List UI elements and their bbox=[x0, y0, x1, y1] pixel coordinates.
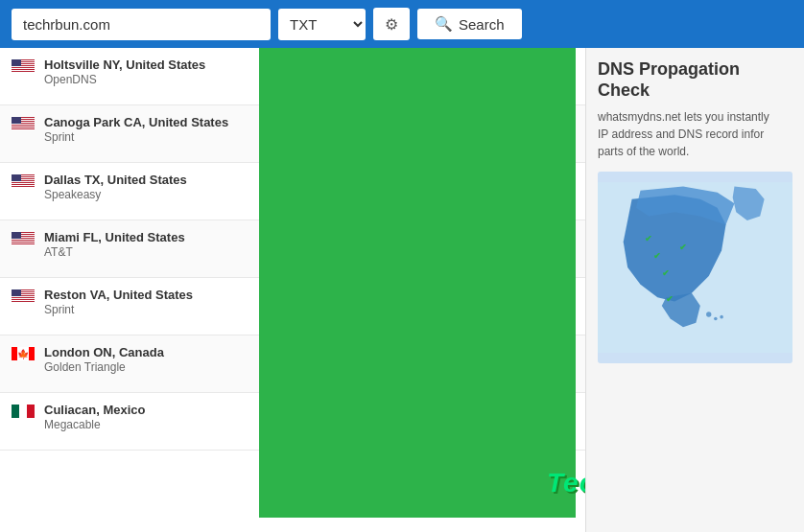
svg-rect-40 bbox=[12, 296, 35, 297]
right-panel: DNS Propagation Check whatsmydns.net let… bbox=[585, 48, 804, 532]
svg-rect-7 bbox=[12, 72, 35, 73]
gear-icon: ⚙ bbox=[385, 15, 398, 34]
domain-input[interactable] bbox=[12, 9, 271, 40]
ca-flag: 🍁 bbox=[12, 347, 35, 362]
svg-rect-24 bbox=[12, 185, 35, 186]
svg-rect-6 bbox=[12, 70, 35, 71]
settings-button[interactable]: ⚙ bbox=[373, 8, 410, 40]
svg-rect-23 bbox=[12, 183, 35, 184]
svg-rect-5 bbox=[12, 68, 35, 69]
panel-title: DNS Propagation Check bbox=[598, 59, 792, 101]
search-icon: 🔍 bbox=[435, 15, 453, 33]
svg-rect-15 bbox=[12, 127, 35, 128]
svg-rect-34 bbox=[12, 244, 35, 245]
watermark: TechRBun bbox=[547, 468, 585, 498]
record-type-select[interactable]: TXT A AAAA CNAME MX NS SOA SRV PTR bbox=[278, 9, 366, 40]
svg-point-54 bbox=[714, 317, 718, 321]
svg-rect-4 bbox=[12, 66, 35, 67]
svg-rect-8 bbox=[12, 59, 21, 66]
svg-rect-16 bbox=[12, 129, 35, 130]
header: TXT A AAAA CNAME MX NS SOA SRV PTR ⚙ 🔍 S… bbox=[0, 0, 804, 48]
svg-rect-14 bbox=[12, 126, 35, 127]
us-flag bbox=[12, 289, 35, 305]
svg-rect-32 bbox=[12, 241, 35, 242]
mx-flag bbox=[12, 405, 35, 420]
svg-rect-51 bbox=[27, 405, 35, 418]
results-panel: Holtsville NY, United States OpenDNS goo… bbox=[0, 48, 585, 532]
svg-text:✔: ✔ bbox=[666, 294, 674, 304]
svg-rect-13 bbox=[12, 124, 35, 125]
svg-point-53 bbox=[706, 312, 711, 316]
svg-rect-43 bbox=[12, 302, 35, 303]
svg-rect-33 bbox=[12, 243, 35, 243]
us-flag bbox=[12, 59, 35, 75]
search-label: Search bbox=[459, 16, 505, 33]
svg-rect-44 bbox=[12, 289, 21, 296]
us-flag bbox=[12, 174, 35, 190]
svg-rect-50 bbox=[19, 405, 27, 418]
svg-rect-49 bbox=[12, 405, 19, 418]
panel-description: whatsmydns.net lets you instantly IP add… bbox=[598, 108, 792, 160]
svg-text:✔: ✔ bbox=[645, 234, 652, 243]
search-button[interactable]: 🔍 Search bbox=[417, 9, 522, 39]
svg-rect-17 bbox=[12, 117, 21, 124]
map-container: ✔ ✔ ✔ ✔ ✔ bbox=[598, 172, 792, 363]
svg-rect-35 bbox=[12, 232, 21, 239]
svg-rect-22 bbox=[12, 181, 35, 182]
svg-text:✔: ✔ bbox=[679, 243, 687, 252]
svg-rect-25 bbox=[12, 187, 35, 188]
svg-rect-31 bbox=[12, 239, 35, 240]
svg-point-55 bbox=[720, 315, 723, 319]
svg-text:✔: ✔ bbox=[662, 268, 670, 278]
svg-text:✔: ✔ bbox=[653, 251, 661, 261]
svg-rect-42 bbox=[12, 300, 35, 301]
svg-rect-41 bbox=[12, 298, 35, 299]
svg-rect-47 bbox=[29, 347, 35, 360]
green-overlay: TechRBun bbox=[259, 48, 576, 518]
svg-text:🍁: 🍁 bbox=[17, 348, 30, 360]
main-content: Holtsville NY, United States OpenDNS goo… bbox=[0, 48, 804, 532]
svg-rect-26 bbox=[12, 174, 21, 181]
us-flag bbox=[12, 117, 35, 132]
us-flag bbox=[12, 232, 35, 247]
